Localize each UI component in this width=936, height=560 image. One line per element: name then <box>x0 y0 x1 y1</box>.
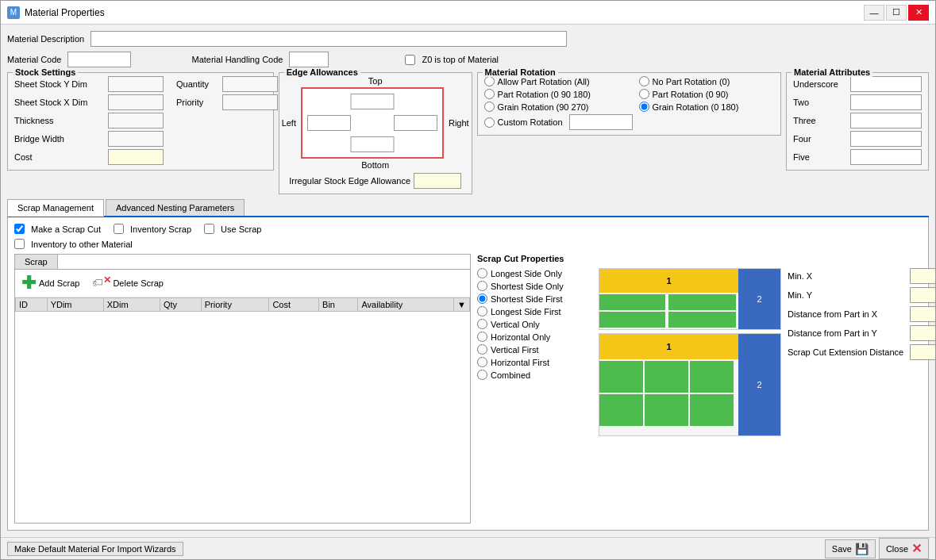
rotation-label-3: Part Rotation (0 90) <box>653 90 729 99</box>
scrap-cut-label-0: Longest Side Only <box>491 269 562 278</box>
tab-scrap-management[interactable]: Scrap Management <box>7 199 104 217</box>
title-bar-left: M Material Properties <box>7 6 105 19</box>
scrap-cut-radio-8[interactable] <box>477 370 487 380</box>
scrap-cut-label-1: Shortest Side Only <box>491 282 564 291</box>
attr-underscore-label: Underscore <box>793 79 844 89</box>
min-x-input[interactable]: 12.0000 <box>910 268 935 284</box>
scrap-cut-radio-7[interactable] <box>477 357 487 367</box>
use-scrap-checkbox[interactable] <box>204 224 214 234</box>
rotation-radio-0[interactable] <box>484 76 495 86</box>
sheet-x-input[interactable]: 97.0000 <box>108 94 164 110</box>
tab-advanced-nesting[interactable]: Advanced Nesting Parameters <box>106 199 245 216</box>
material-code-input[interactable] <box>67 52 131 67</box>
tab-content: Make a Scrap Cut Inventory Scrap Use Scr… <box>7 217 929 531</box>
delete-scrap-label: Delete Scrap <box>113 278 164 288</box>
scrap-cut-radio-5[interactable] <box>477 332 487 342</box>
make-scrap-cut-checkbox[interactable] <box>14 224 25 234</box>
z0-checkbox[interactable] <box>405 55 415 65</box>
scrap-cut-radio-6[interactable] <box>477 344 487 355</box>
stock-left: Sheet Stock Y Dim 49.0000 Sheet Stock X … <box>14 76 164 165</box>
maximize-button[interactable]: ☐ <box>886 5 907 21</box>
attr-four-input[interactable] <box>850 131 922 147</box>
rotation-radio-5[interactable] <box>639 102 649 112</box>
irregular-row: Irregular Stock Edge Allowance 0.1250 <box>289 173 461 189</box>
edge-top-input[interactable]: 0.1250 <box>350 94 394 109</box>
attr-two-label: Two <box>793 98 844 107</box>
minimize-button[interactable]: — <box>864 5 884 21</box>
sheet-y-row: Sheet Stock Y Dim 49.0000 <box>14 76 164 92</box>
window-close-button[interactable]: ✕ <box>908 5 929 21</box>
scrap-cut-radio-3[interactable] <box>477 306 487 316</box>
scrap-ext-label: Scrap Cut Extension Distance <box>788 347 903 357</box>
sheet-x-row: Sheet Stock X Dim 97.0000 <box>14 94 164 110</box>
scrap-cut-radio-4[interactable] <box>477 319 487 329</box>
scrap-cut-radio-1[interactable] <box>477 281 487 291</box>
min-y-input[interactable]: 12.0000 <box>910 287 935 303</box>
edge-left-input[interactable]: 0.1250 <box>307 115 351 131</box>
dist-y-input[interactable]: 0.3750 <box>910 325 935 341</box>
diagram-green-1 <box>599 294 665 310</box>
custom-rotation-input[interactable] <box>569 114 633 130</box>
scrap-cut-label-8: Combined <box>491 370 530 380</box>
bridge-input[interactable]: 0.6250 <box>108 131 164 147</box>
close-button[interactable]: Close ✕ <box>879 538 929 559</box>
save-button[interactable]: Save 💾 <box>825 539 876 558</box>
edge-bottom-label: Bottom <box>361 160 389 170</box>
scrap-cut-label-6: Vertical First <box>491 345 539 355</box>
app-icon: M <box>7 6 20 19</box>
thickness-input[interactable]: 0.7500 <box>108 113 164 128</box>
use-scrap-label: Use Scrap <box>221 224 261 234</box>
material-description-input[interactable] <box>91 31 567 47</box>
rotation-radio-2[interactable] <box>484 89 495 99</box>
priority-input[interactable]: 5 <box>222 94 278 110</box>
default-material-button[interactable]: Make Default Material For Import Wizards <box>7 542 183 556</box>
scrap-ext-input[interactable]: 0.3750 <box>910 344 935 360</box>
scrap-diagrams: 1 2 <box>599 268 781 436</box>
diagram-green-6 <box>599 394 643 426</box>
min-x-label: Min. X <box>788 271 812 281</box>
attr-two-input[interactable] <box>850 94 922 110</box>
rotation-option-2: Part Rotation (0 90 180) <box>484 89 633 99</box>
attr-underscore-input[interactable]: _ <box>850 76 922 92</box>
col-priority: Priority <box>201 298 269 312</box>
inventory-scrap-check: Inventory Scrap <box>114 224 191 234</box>
dist-x-input[interactable]: 0.3750 <box>910 306 935 322</box>
delete-scrap-button[interactable]: 🏷 ✕ Delete Scrap <box>89 274 167 292</box>
diagram-green-9 <box>690 361 734 393</box>
rotation-radio-6[interactable] <box>484 117 495 128</box>
rotation-radio-3[interactable] <box>639 89 649 99</box>
rotation-grid: Allow Part Rotation (All) No Part Rotati… <box>484 76 774 130</box>
attr-five-input[interactable] <box>850 149 922 165</box>
thickness-label: Thickness <box>14 116 102 125</box>
material-attributes-label: Material Attributes <box>792 67 872 77</box>
sheet-y-input[interactable]: 49.0000 <box>108 76 164 92</box>
edge-middle-row: Left 0.1250 0.1250 0.1250 0.1250 Right <box>282 87 469 159</box>
rotation-radio-1[interactable] <box>639 76 649 86</box>
edge-bottom-input[interactable]: 0.1250 <box>350 136 394 152</box>
close-icon: ✕ <box>911 541 922 556</box>
scrap-cut-radio-2[interactable] <box>477 293 487 304</box>
irregular-input[interactable]: 0.1250 <box>414 173 461 189</box>
scrap-cut-radio-0[interactable] <box>477 268 487 278</box>
title-controls: — ☐ ✕ <box>864 5 929 21</box>
inventory-other-checkbox[interactable] <box>14 239 25 249</box>
scrap-tab[interactable]: Scrap <box>15 255 58 269</box>
scrap-radio-7: Horizontal First <box>477 357 592 367</box>
rotation-option-1: No Part Rotation (0) <box>639 76 774 86</box>
cost-input[interactable]: 0.00 <box>108 149 164 165</box>
priority-row: Priority 5 <box>176 94 278 110</box>
attr-five-row: Five <box>793 149 922 165</box>
material-handling-code-input[interactable] <box>289 52 329 67</box>
qty-input[interactable]: 999 <box>222 76 278 92</box>
material-description-label: Material Description <box>7 34 84 44</box>
edge-right-input[interactable]: 0.1250 <box>394 115 437 131</box>
col-filter[interactable]: ▼ <box>454 298 470 312</box>
scrap-radio-4: Vertical Only <box>477 319 592 329</box>
scrap-checkboxes-row: Make a Scrap Cut Inventory Scrap Use Scr… <box>14 224 922 234</box>
add-scrap-button[interactable]: ✚ Add Scrap <box>18 273 83 293</box>
sheet-x-label: Sheet Stock X Dim <box>14 98 102 107</box>
inventory-scrap-checkbox[interactable] <box>114 224 124 234</box>
scrap-radio-5: Horizontal Only <box>477 332 592 342</box>
attr-three-input[interactable] <box>850 113 922 128</box>
rotation-radio-4[interactable] <box>484 102 495 112</box>
